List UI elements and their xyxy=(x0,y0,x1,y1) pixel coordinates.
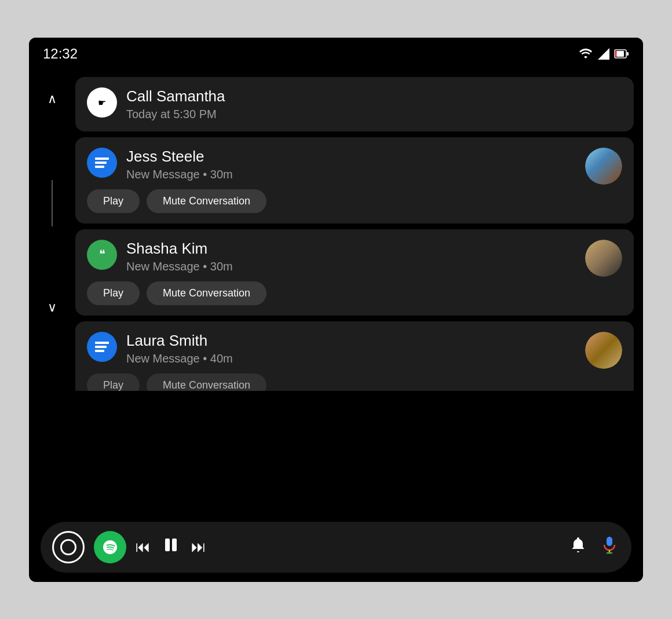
svg-rect-12 xyxy=(95,346,107,348)
notif-header: ☛ Call Samantha Today at 5:30 PM xyxy=(87,87,622,121)
svg-rect-11 xyxy=(95,342,109,344)
svg-rect-7 xyxy=(95,158,109,160)
notif-subtitle-laura: New Message • 40m xyxy=(126,352,622,365)
notif-subtitle-shasha: New Message • 30m xyxy=(126,260,622,273)
notif-text-shasha: Shasha Kim New Message • 30m xyxy=(126,240,622,273)
device-frame: 12:32 ∧ xyxy=(29,38,643,582)
notifications-button[interactable] xyxy=(569,536,587,558)
notification-card-call-samantha[interactable]: ☛ Call Samantha Today at 5:30 PM xyxy=(75,77,634,131)
mute-conversation-button-laura[interactable]: Mute Conversation xyxy=(147,373,266,391)
reminder-icon: ☛ xyxy=(87,87,117,118)
avatar-img-shasha xyxy=(585,240,622,277)
avatar-laura xyxy=(585,332,622,369)
home-inner-circle xyxy=(60,539,76,555)
svg-rect-9 xyxy=(95,166,104,168)
wifi-icon xyxy=(578,48,593,60)
prev-track-button[interactable]: ⏮ xyxy=(136,538,151,556)
signal-icon xyxy=(598,48,609,60)
messages-icon-laura xyxy=(87,332,117,362)
svg-rect-13 xyxy=(95,350,104,352)
next-track-button[interactable]: ⏭ xyxy=(191,538,206,556)
avatar-jess xyxy=(585,148,622,185)
notification-card-jess-steele[interactable]: Jess Steele New Message • 30m Play Mute … xyxy=(75,137,634,224)
notif-header-laura: Laura Smith New Message • 40m xyxy=(87,332,622,365)
notification-card-shasha-kim[interactable]: ❝ Shasha Kim New Message • 30m Play Mute… xyxy=(75,229,634,316)
home-button[interactable] xyxy=(52,531,85,563)
status-time: 12:32 xyxy=(43,46,78,62)
microphone-button[interactable] xyxy=(599,534,620,559)
notification-list: ☛ Call Samantha Today at 5:30 PM xyxy=(75,70,643,522)
notif-title-jess: Jess Steele xyxy=(126,148,622,166)
svg-rect-2 xyxy=(627,52,629,56)
svg-marker-0 xyxy=(598,48,609,60)
avatar-shasha xyxy=(585,240,622,277)
bottom-right-controls xyxy=(569,534,620,559)
scroll-indicators: ∧ ∨ xyxy=(29,70,75,522)
notif-header-shasha: ❝ Shasha Kim New Message • 30m xyxy=(87,240,622,273)
mute-conversation-button-shasha[interactable]: Mute Conversation xyxy=(147,281,266,305)
status-icons xyxy=(578,48,629,60)
svg-text:☛: ☛ xyxy=(98,98,106,108)
notif-title-laura: Laura Smith xyxy=(126,332,622,350)
scroll-line xyxy=(52,180,53,226)
spotify-icon xyxy=(101,538,119,556)
bottom-left-controls: ⏮ ⏭ xyxy=(52,531,206,563)
svg-rect-3 xyxy=(616,51,624,57)
play-button-jess[interactable]: Play xyxy=(87,189,140,213)
messages-icon-shasha: ❝ xyxy=(87,240,117,270)
notif-title-shasha: Shasha Kim xyxy=(126,240,622,258)
avatar-img-jess xyxy=(585,148,622,185)
svg-text:❝: ❝ xyxy=(99,248,105,261)
notif-subtitle-call-samantha: Today at 5:30 PM xyxy=(126,108,622,121)
notif-text-laura: Laura Smith New Message • 40m xyxy=(126,332,622,365)
notif-header-jess: Jess Steele New Message • 30m xyxy=(87,148,622,181)
notif-actions-laura: Play Mute Conversation xyxy=(87,373,622,391)
main-content: ∧ ∨ ☛ Call Samantha xyxy=(29,70,643,522)
pause-button[interactable] xyxy=(162,536,180,558)
messages-icon-jess xyxy=(87,148,117,178)
spotify-button[interactable] xyxy=(94,531,126,563)
notif-title-call-samantha: Call Samantha xyxy=(126,87,622,105)
notif-actions-jess: Play Mute Conversation xyxy=(87,189,622,213)
battery-icon xyxy=(614,48,629,60)
mute-conversation-button-jess[interactable]: Mute Conversation xyxy=(147,189,266,213)
notif-text-call-samantha: Call Samantha Today at 5:30 PM xyxy=(126,87,622,121)
svg-rect-8 xyxy=(95,162,107,164)
notif-actions-shasha: Play Mute Conversation xyxy=(87,281,622,305)
scroll-down-button[interactable]: ∨ xyxy=(41,296,64,319)
bottom-bar: ⏮ ⏭ xyxy=(41,522,631,573)
svg-rect-14 xyxy=(165,539,170,551)
status-bar: 12:32 xyxy=(29,38,643,70)
play-button-laura[interactable]: Play xyxy=(87,373,140,391)
pause-icon xyxy=(162,536,180,554)
play-button-shasha[interactable]: Play xyxy=(87,281,140,305)
svg-rect-16 xyxy=(607,537,612,546)
media-controls: ⏮ ⏭ xyxy=(136,536,206,558)
notif-text-jess: Jess Steele New Message • 30m xyxy=(126,148,622,181)
svg-rect-15 xyxy=(172,539,177,551)
avatar-img-laura xyxy=(585,332,622,369)
scroll-up-button[interactable]: ∧ xyxy=(41,87,64,111)
bell-icon xyxy=(569,536,587,554)
notif-subtitle-jess: New Message • 30m xyxy=(126,168,622,181)
notification-card-laura-smith[interactable]: Laura Smith New Message • 40m Play Mute … xyxy=(75,321,634,391)
mic-icon xyxy=(599,534,620,555)
